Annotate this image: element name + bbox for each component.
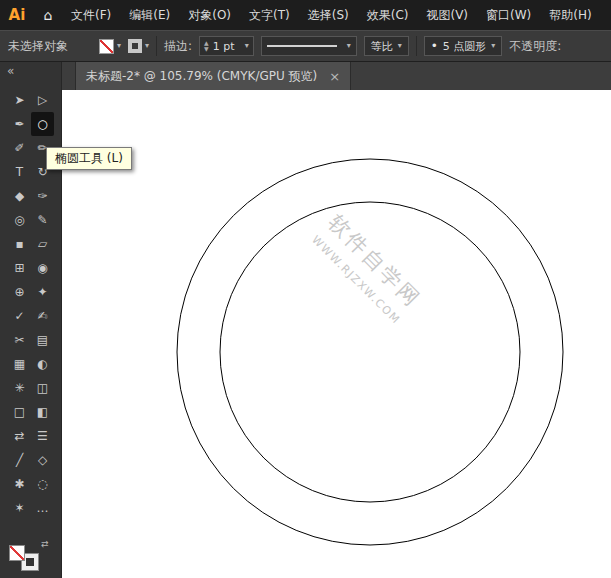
collapse-toolbar-button[interactable]: «	[0, 62, 61, 82]
polar-grid-tool[interactable]: ⊕	[8, 280, 31, 304]
more-tools[interactable]: …	[31, 496, 54, 520]
tab-close-icon[interactable]: ×	[329, 70, 340, 83]
fill-swatch[interactable]	[9, 545, 25, 561]
free-transform-tool[interactable]: ⇄	[8, 424, 31, 448]
swap-fill-stroke-icon[interactable]: ⇄	[41, 539, 49, 549]
none-fill-swatch-icon	[99, 39, 114, 54]
lasso-tool[interactable]: ◌	[31, 472, 54, 496]
blend-tool[interactable]: ◐	[31, 352, 54, 376]
mesh-tool[interactable]: ▦	[8, 352, 31, 376]
document-area: 未标题-2* @ 105.79% (CMYK/GPU 预览) × 软件自学网 W…	[62, 62, 611, 578]
chevron-down-icon: ▾	[245, 42, 249, 50]
blob-brush-tool[interactable]: ✍	[31, 304, 54, 328]
symbol-sprayer-tool[interactable]: ✳	[8, 376, 31, 400]
home-icon[interactable]: ⌂	[34, 0, 62, 30]
paintbrush-tool[interactable]: ✐	[8, 136, 31, 160]
artwork-layer	[62, 90, 611, 578]
document-tab-bar: 未标题-2* @ 105.79% (CMYK/GPU 预览) ×	[62, 62, 611, 90]
stroke-color-dropdown[interactable]: ▾	[128, 39, 149, 53]
stroke-weight-stepper[interactable]: ▲▼ 1 pt ▾	[199, 36, 254, 56]
chevron-down-icon: ▾	[145, 42, 149, 50]
separator	[416, 36, 417, 56]
magic-wand-tool[interactable]: ✶	[8, 496, 31, 520]
chevron-down-icon: ▾	[491, 42, 495, 50]
flare-tool[interactable]: ✦	[31, 280, 54, 304]
type-tool[interactable]: T	[8, 160, 31, 184]
menu-help[interactable]: 帮助(H)	[540, 0, 600, 30]
width-tool[interactable]: ✓	[8, 304, 31, 328]
selection-status: 未选择对象	[8, 38, 92, 55]
pencil-tool[interactable]: ✎	[31, 208, 54, 232]
canvas[interactable]: 软件自学网 WWW.RJZXW.COM	[62, 90, 611, 578]
fill-stroke-widget: ⇄	[9, 537, 53, 573]
brush-value: 5 点圆形	[443, 39, 487, 54]
control-bar: 未选择对象 ▾ ▾ 描边: ▲▼ 1 pt ▾ ▾ 等比 ▾ • 5 点圆形	[0, 30, 611, 62]
line-segment-tool[interactable]: ╱	[8, 448, 31, 472]
gradient-tool[interactable]: ▤	[31, 328, 54, 352]
main-area: « ➤▷✒○✐✏T↻◆✑◎✎▪▱⊞◉⊕✦✓✍✂▤▦◐✳◫□◧⇄☰╱◇✱◌✶… ⇄…	[0, 62, 611, 578]
eyedropper-tool[interactable]: ✑	[31, 184, 54, 208]
brush-preview-icon: •	[431, 40, 438, 52]
hand-tool[interactable]: ✱	[8, 472, 31, 496]
document-tab-title: 未标题-2* @ 105.79% (CMYK/GPU 预览)	[86, 68, 317, 85]
tools-panel: « ➤▷✒○✐✏T↻◆✑◎✎▪▱⊞◉⊕✦✓✍✂▤▦◐✳◫□◧⇄☰╱◇✱◌✶… ⇄	[0, 62, 62, 578]
ellipse-tool[interactable]: ○	[31, 112, 54, 136]
width-profile-value: 等比	[371, 39, 393, 54]
eraser-tool[interactable]: ◇	[31, 448, 54, 472]
menu-file[interactable]: 文件(F)	[62, 0, 120, 30]
stepper-arrows-icon[interactable]: ▲▼	[204, 40, 209, 52]
zoom-tool[interactable]: ◎	[8, 208, 31, 232]
menu-bar: Ai ⌂ 文件(F)编辑(E)对象(O)文字(T)选择(S)效果(C)视图(V)…	[0, 0, 611, 30]
menu-object[interactable]: 对象(O)	[179, 0, 240, 30]
rectangular-grid-tool[interactable]: ⊞	[8, 256, 31, 280]
tooltip: 椭圆工具 (L)	[46, 147, 132, 170]
stroke-style-dropdown[interactable]: ▾	[261, 36, 357, 56]
line-preview-icon	[267, 45, 337, 47]
selection-tool[interactable]: ➤	[8, 88, 31, 112]
direct-selection-tool[interactable]: ▷	[31, 88, 54, 112]
menu-select[interactable]: 选择(S)	[299, 0, 358, 30]
separator	[156, 36, 157, 56]
opacity-label: 不透明度:	[509, 38, 561, 55]
menu-list: 文件(F)编辑(E)对象(O)文字(T)选择(S)效果(C)视图(V)窗口(W)…	[62, 0, 601, 30]
spiral-tool[interactable]: ◉	[31, 256, 54, 280]
artboard-tool[interactable]: □	[8, 400, 31, 424]
outer-circle	[177, 159, 563, 545]
perspective-grid-tool[interactable]: ☰	[31, 424, 54, 448]
brush-dropdown[interactable]: • 5 点圆形 ▾	[424, 36, 503, 56]
rectangle-tool[interactable]: ▪	[8, 232, 31, 256]
menu-edit[interactable]: 编辑(E)	[120, 0, 179, 30]
chevron-down-icon: ▾	[347, 42, 351, 50]
width-profile-dropdown[interactable]: 等比 ▾	[364, 36, 409, 56]
curvature-tool[interactable]: ✒	[8, 112, 31, 136]
document-tab[interactable]: 未标题-2* @ 105.79% (CMYK/GPU 预览) ×	[75, 62, 351, 90]
fill-color-dropdown[interactable]: ▾	[99, 39, 121, 54]
chevron-down-icon: ▾	[398, 42, 402, 50]
menu-window[interactable]: 窗口(W)	[477, 0, 540, 30]
chevron-down-icon: ▾	[117, 42, 121, 50]
column-graph-tool[interactable]: ◫	[31, 376, 54, 400]
inner-circle	[220, 202, 520, 502]
illustrator-window: Ai ⌂ 文件(F)编辑(E)对象(O)文字(T)选择(S)效果(C)视图(V)…	[0, 0, 611, 578]
slice-tool[interactable]: ◧	[31, 400, 54, 424]
app-logo-icon: Ai	[0, 0, 34, 30]
stroke-label: 描边:	[164, 38, 192, 55]
knife-tool[interactable]: ✂	[8, 328, 31, 352]
stroke-weight-value[interactable]: 1 pt	[213, 40, 241, 53]
menu-type[interactable]: 文字(T)	[240, 0, 299, 30]
menu-view[interactable]: 视图(V)	[417, 0, 477, 30]
stroke-box-icon	[128, 39, 142, 53]
scale-tool[interactable]: ▱	[31, 232, 54, 256]
shape-builder-tool[interactable]: ◆	[8, 184, 31, 208]
menu-effect[interactable]: 效果(C)	[358, 0, 418, 30]
